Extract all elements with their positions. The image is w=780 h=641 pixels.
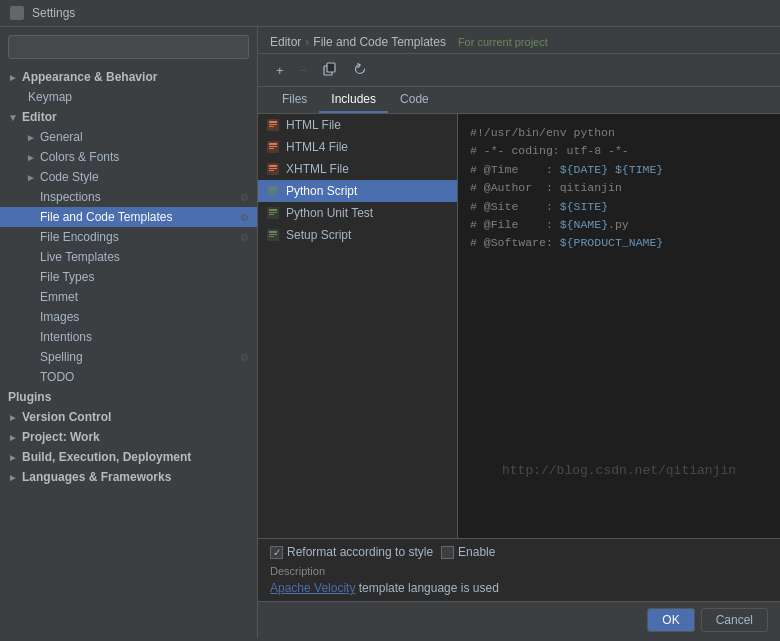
sidebar-item-images[interactable]: Images [0, 307, 257, 327]
sidebar-item-label: File and Code Templates [40, 210, 173, 224]
sidebar-item-build-exec[interactable]: Build, Execution, Deployment [0, 447, 257, 467]
add-button[interactable]: + [270, 61, 290, 80]
file-item-label: HTML4 File [286, 140, 348, 154]
file-item-label: HTML File [286, 118, 341, 132]
copy-icon [323, 62, 337, 76]
watermark: http://blog.csdn.net/qitianjin [502, 463, 736, 478]
sidebar-item-inspections[interactable]: Inspections⚙ [0, 187, 257, 207]
file-item-python-unit-test[interactable]: Python Unit Test [258, 202, 457, 224]
sidebar-item-label: Keymap [28, 90, 72, 104]
sidebar-item-label: Inspections [40, 190, 101, 204]
arrow-icon [8, 432, 18, 443]
reset-button[interactable] [347, 59, 373, 81]
file-item-html4-file[interactable]: HTML4 File [258, 136, 457, 158]
gear-icon: ⚙ [240, 352, 249, 363]
arrow-icon [8, 472, 18, 483]
expand-icon [26, 172, 36, 183]
reformat-label-text: Reformat according to style [287, 545, 433, 559]
sidebar-item-label: Live Templates [40, 250, 120, 264]
sidebar-item-label: Images [40, 310, 79, 324]
gear-icon: ⚙ [240, 212, 249, 223]
description-suffix: template language is used [355, 581, 498, 595]
file-type-icon [266, 184, 280, 198]
code-line-3: # @Author : qitianjin [470, 179, 768, 197]
sidebar-section-label: Appearance & Behavior [22, 70, 157, 84]
sidebar-item-emmet[interactable]: Emmet [0, 287, 257, 307]
title-bar: Settings [0, 0, 780, 27]
sidebar-item-live-templates[interactable]: Live Templates [0, 247, 257, 267]
code-line-4: # @Site : ${SITE} [470, 198, 768, 216]
code-editor[interactable]: #!/usr/bin/env python# -*- coding: utf-8… [458, 114, 780, 538]
sidebar-section-label: Languages & Frameworks [22, 470, 171, 484]
file-list: HTML File HTML4 File XHTML File Python S… [258, 114, 458, 538]
sidebar-item-appearance[interactable]: Appearance & Behavior [0, 67, 257, 87]
enable-checkbox-label[interactable]: Enable [441, 545, 495, 559]
bottom-area: Reformat according to style Enable Descr… [258, 538, 780, 601]
remove-button[interactable]: − [294, 61, 314, 80]
sidebar-item-colors-fonts[interactable]: Colors & Fonts [0, 147, 257, 167]
file-item-html-file[interactable]: HTML File [258, 114, 457, 136]
sidebar-item-file-encodings[interactable]: File Encodings⚙ [0, 227, 257, 247]
sidebar-section-label: Build, Execution, Deployment [22, 450, 191, 464]
footer: OK Cancel [258, 601, 780, 638]
reformat-checkbox[interactable] [270, 546, 283, 559]
reformat-checkbox-label[interactable]: Reformat according to style [270, 545, 433, 559]
breadcrumb-editor: Editor [270, 35, 301, 49]
sidebar-item-intentions[interactable]: Intentions [0, 327, 257, 347]
description-label: Description [270, 565, 768, 577]
sidebar-item-file-code-templates[interactable]: File and Code Templates⚙ [0, 207, 257, 227]
sidebar-section-label: Editor [22, 110, 57, 124]
sidebar-item-label: General [40, 130, 83, 144]
reformat-row: Reformat according to style Enable [270, 545, 768, 559]
sidebar-item-general[interactable]: General [0, 127, 257, 147]
sidebar-item-plugins[interactable]: Plugins [0, 387, 257, 407]
file-item-setup-script[interactable]: Setup Script [258, 224, 457, 246]
search-input[interactable] [8, 35, 249, 59]
sidebar-section-label: Plugins [8, 390, 51, 404]
sidebar-item-label: TODO [40, 370, 74, 384]
sidebar-item-label: Emmet [40, 290, 78, 304]
breadcrumb-sep: › [305, 35, 309, 49]
sidebar-item-editor[interactable]: Editor [0, 107, 257, 127]
description-text: Apache Velocity template language is use… [270, 581, 768, 595]
arrow-icon [8, 112, 18, 123]
right-header: Editor › File and Code Templates For cur… [258, 27, 780, 54]
sidebar-item-label: File Encodings [40, 230, 119, 244]
ok-button[interactable]: OK [647, 608, 694, 632]
tab-includes[interactable]: Includes [319, 87, 388, 113]
sidebar-item-project-work[interactable]: Project: Work [0, 427, 257, 447]
main-layout: Appearance & BehaviorKeymapEditorGeneral… [0, 27, 780, 638]
enable-label-text: Enable [458, 545, 495, 559]
cancel-button[interactable]: Cancel [701, 608, 768, 632]
arrow-icon [8, 452, 18, 463]
apache-velocity-link[interactable]: Apache Velocity [270, 581, 355, 595]
sidebar: Appearance & BehaviorKeymapEditorGeneral… [0, 27, 258, 638]
file-item-xhtml-file[interactable]: XHTML File [258, 158, 457, 180]
sidebar-section-label: Project: Work [22, 430, 100, 444]
copy-button[interactable] [317, 59, 343, 81]
sidebar-item-version-control[interactable]: Version Control [0, 407, 257, 427]
sidebar-item-spelling[interactable]: Spelling⚙ [0, 347, 257, 367]
file-type-icon [266, 206, 280, 220]
code-line-2: # @Time : ${DATE} ${TIME} [470, 161, 768, 179]
breadcrumb: Editor › File and Code Templates [270, 35, 446, 49]
sidebar-item-code-style[interactable]: Code Style [0, 167, 257, 187]
title-text: Settings [32, 6, 75, 20]
sidebar-item-todo[interactable]: TODO [0, 367, 257, 387]
file-item-label: Setup Script [286, 228, 351, 242]
tabs-bar: Files Includes Code [258, 87, 780, 114]
sidebar-item-label: Colors & Fonts [40, 150, 119, 164]
enable-checkbox[interactable] [441, 546, 454, 559]
expand-icon [26, 152, 36, 163]
tab-code[interactable]: Code [388, 87, 441, 113]
sidebar-item-languages[interactable]: Languages & Frameworks [0, 467, 257, 487]
gear-icon: ⚙ [240, 192, 249, 203]
sidebar-item-keymap[interactable]: Keymap [0, 87, 257, 107]
sidebar-item-file-types[interactable]: File Types [0, 267, 257, 287]
code-line-5: # @File : ${NAME}.py [470, 216, 768, 234]
toolbar: + − [258, 54, 780, 87]
file-item-label: Python Unit Test [286, 206, 373, 220]
tab-files[interactable]: Files [270, 87, 319, 113]
file-item-python-script[interactable]: Python Script [258, 180, 457, 202]
app-icon [10, 6, 24, 20]
